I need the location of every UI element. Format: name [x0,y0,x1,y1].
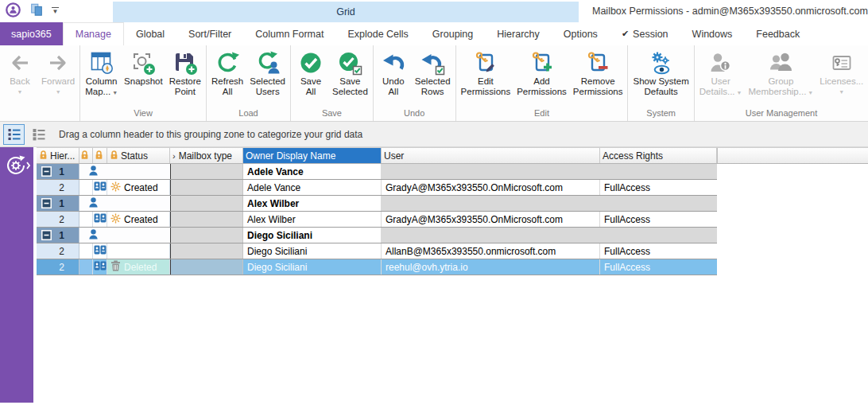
tab-options[interactable]: Options [552,22,610,45]
collapse-expander-icon[interactable] [41,166,52,179]
dropdown-caret-icon: ▼ [17,88,23,95]
context-tab-group[interactable]: Grid [113,2,579,22]
owner-display-name-cell[interactable]: Adele Vance [243,164,382,179]
column-header-status[interactable]: Status [107,148,170,163]
tab-grouping[interactable]: Grouping [420,22,485,45]
tab-sort-filter[interactable]: Sort/Filter [176,22,243,45]
table-row[interactable]: 1Alex Wilber [37,196,717,212]
user-person-icon [87,228,99,243]
column-header-lockA[interactable] [79,148,93,163]
owner-display-name-cell[interactable]: Alex Wilber [243,212,382,227]
forward-button[interactable]: Forward▼ [38,47,78,107]
hierarchy-cell[interactable]: 1 [37,164,79,179]
column-header-user[interactable]: User [382,148,600,163]
table-row[interactable]: 2DeletedDiego Sicilianireehul@ovh.ytria.… [37,259,717,275]
owner-display-name-cell[interactable]: Adele Vance [243,180,382,195]
column-map-button[interactable]: ColumnMap...▼ [82,47,121,107]
table-row[interactable]: 2Diego SicilianiAllanB@M365x393550.onmic… [37,243,717,259]
new-window-icon[interactable] [29,2,44,20]
tab-manage[interactable]: Manage [63,22,124,45]
quick-access-dropdown-icon[interactable]: ▼ [52,7,59,15]
tab-windows[interactable]: Windows [680,22,745,45]
hierarchy-cell[interactable]: 2 [37,180,79,195]
collapse-expander-icon[interactable] [41,230,52,243]
hierarchy-level: 2 [59,214,64,225]
dropdown-caret-icon: ▼ [808,90,813,95]
undo-all-label: UndoAll [382,76,405,97]
hierarchy-cell[interactable]: 1 [37,196,79,211]
access-rights-cell[interactable]: FullAccess [600,259,717,275]
tab-explode-cells[interactable]: Explode Cells [335,22,420,45]
ribbon-group-view: ColumnMap...▼SnapshotRestorePointView [80,45,207,121]
selected-users-button[interactable]: SelectedUsers [246,47,289,107]
table-row[interactable]: 2CreatedAlex WilberGradyA@M365x393550.On… [37,212,717,228]
tab-global[interactable]: Global [124,22,176,45]
ribbon-group-user-management: UserDetails...▼GroupMembership...▼Licens… [695,45,868,121]
snapshot-button[interactable]: Snapshot [121,47,166,107]
tab-column-format[interactable]: Column Format [243,22,335,45]
selected-rows-button[interactable]: SelectedRows [412,47,454,107]
tab-sapio365[interactable]: sapio365 [0,22,63,45]
selected-users-label: SelectedUsers [250,76,285,97]
row-type-cell [93,212,107,227]
hierarchy-cell[interactable]: 2 [37,243,79,259]
tab-feedback[interactable]: Feedback [744,22,812,45]
dropdown-caret-icon: ▼ [56,88,61,95]
remove-permissions-button[interactable]: RemovePermissions [570,47,626,107]
column-header-lockB[interactable] [93,148,107,163]
undo-icon [380,49,407,76]
hierarchy-cell[interactable]: 2 [37,259,79,275]
column-header-label: Status [121,150,148,162]
save-all-button[interactable]: SaveAll [293,47,329,107]
collapse-expander-icon[interactable] [41,198,52,211]
owner-display-name-cell[interactable]: Alex Wilber [243,196,382,211]
forward-label: Forward [41,76,75,87]
licenses-button[interactable]: Licenses...▼ [816,47,866,107]
owner-display-name-cell[interactable]: Diego Siciliani [243,259,382,275]
edit-permissions-button[interactable]: EditPermissions [458,47,514,107]
access-rights-cell[interactable]: FullAccess [600,180,717,195]
flat-view-toggle-icon[interactable] [28,124,49,145]
column-header-hier[interactable]: Hier... [37,148,79,163]
restore-point-button[interactable]: RestorePoint [166,47,204,107]
user-cell[interactable]: GradyA@M365x393550.OnMicrosoft.com [382,180,600,195]
sapio365-logo-icon[interactable] [5,2,21,21]
user-cell[interactable]: GradyA@M365x393550.OnMicrosoft.com [382,212,600,227]
group-view-toggle-icon[interactable] [3,124,25,145]
table-row[interactable]: 2CreatedAdele VanceGradyA@M365x393550.On… [37,180,717,196]
tab-hierarchy[interactable]: Hierarchy [485,22,552,45]
column-header-mailbox[interactable]: ›Mailbox type [170,148,243,163]
refresh-all-button[interactable]: RefreshAll [208,47,246,107]
grouping-zone-hint[interactable]: Drag a column header to this grouping zo… [59,129,362,140]
back-button[interactable]: Back▼ [2,47,38,107]
table-row[interactable]: 1Diego Siciliani [37,228,717,243]
column-header-owner[interactable]: Owner Display Name [243,148,382,163]
group-membership-button[interactable]: GroupMembership...▼ [745,47,816,107]
user-details-button[interactable]: UserDetails...▼ [696,47,746,107]
show-system-defaults-label: Show SystemDefaults [633,76,688,97]
lock-cell [79,212,93,227]
save-selected-button[interactable]: SaveSelected [329,47,371,107]
user-cell[interactable]: AllanB@M365x393550.onmicrosoft.com [382,243,600,259]
lock-cell [79,259,93,275]
add-permissions-button[interactable]: AddPermissions [513,47,570,107]
table-row[interactable]: 1Adele Vance [37,164,717,180]
tab-label: Column Format [255,29,324,40]
access-rights-cell[interactable]: FullAccess [600,243,717,259]
row-type-cell [93,243,107,259]
access-rights-cell[interactable]: FullAccess [600,212,717,227]
hierarchy-cell[interactable]: 2 [37,212,79,227]
tab-session[interactable]: ✔Session [610,22,680,45]
selected-rows-label: SelectedRows [415,76,451,97]
snapshot-label: Snapshot [124,76,163,87]
owner-display-name-cell[interactable]: Diego Siciliani [243,243,382,259]
mailbox-type-cell [170,243,243,259]
hierarchy-cell[interactable]: 1 [37,228,79,243]
show-system-defaults-button[interactable]: Show SystemDefaults [630,47,692,107]
owner-display-name-cell[interactable]: Diego Siciliani [243,228,382,243]
undo-all-button[interactable]: UndoAll [375,47,412,107]
automation-sync-icon[interactable] [2,154,33,177]
user-cell[interactable]: reehul@ovh.ytria.io [382,259,600,275]
row-type-cell [93,180,107,195]
column-header-access[interactable]: Access Rights [600,148,717,163]
